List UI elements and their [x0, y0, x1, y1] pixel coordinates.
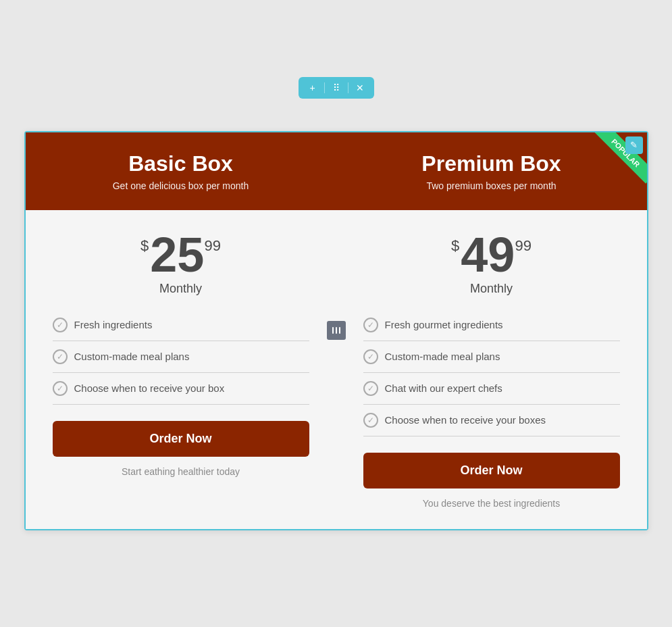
basic-price-container: $ 25 99: [53, 230, 309, 279]
svg-rect-0: [332, 327, 334, 334]
toolbar-separator-2: [348, 82, 348, 93]
premium-feature-1: ✓ Fresh gourmet ingredients: [363, 309, 620, 341]
drag-handle-button[interactable]: ⠿: [329, 80, 344, 95]
add-block-button[interactable]: +: [305, 80, 320, 95]
premium-cta-text: You deserve the best ingredients: [363, 498, 620, 509]
premium-plan-body: $ 49 99 Monthly ✓ Fresh gourmet ingredie…: [336, 210, 647, 529]
check-icon-3: ✓: [53, 381, 68, 396]
premium-feature-text-2: Custom-made meal plans: [385, 351, 500, 362]
check-icon-1: ✓: [53, 318, 68, 332]
premium-price-cents: 99: [515, 237, 531, 255]
check-icon-p3: ✓: [363, 381, 378, 396]
block-toolbar: + ⠿ ✕: [299, 77, 374, 99]
basic-order-button[interactable]: Order Now: [53, 421, 309, 457]
premium-plan-header: POPULAR Premium Box Two premium boxes pe…: [336, 132, 647, 210]
basic-price-dollar: $: [140, 237, 149, 255]
close-button[interactable]: ✕: [353, 80, 367, 95]
basic-features-list: ✓ Fresh ingredients ✓ Custom-made meal p…: [53, 309, 309, 405]
premium-price-period: Monthly: [363, 282, 620, 296]
check-icon-p2: ✓: [363, 349, 378, 364]
basic-feature-text-1: Fresh ingredients: [74, 319, 153, 330]
basic-feature-3: ✓ Choose when to receive your box: [53, 373, 309, 405]
premium-order-button[interactable]: Order Now: [363, 453, 620, 488]
check-icon-2: ✓: [53, 349, 68, 364]
basic-plan-card: Basic Box Get one delicious box per mont…: [26, 132, 336, 529]
basic-plan-subtitle: Get one delicious box per month: [39, 180, 323, 191]
basic-cta-text: Start eathing healthier today: [53, 466, 309, 477]
svg-rect-1: [336, 327, 337, 334]
basic-plan-header: Basic Box Get one delicious box per mont…: [26, 132, 336, 210]
basic-price-main: 25: [150, 230, 204, 279]
pricing-container: Basic Box Get one delicious box per mont…: [24, 131, 648, 530]
premium-plan-subtitle: Two premium boxes per month: [350, 180, 634, 191]
premium-feature-2: ✓ Custom-made meal plans: [363, 341, 620, 373]
svg-rect-2: [339, 327, 340, 334]
premium-feature-text-1: Fresh gourmet ingredients: [385, 319, 503, 330]
basic-plan-body: $ 25 99 Monthly ✓ Fresh ingredients ✓ Cu…: [26, 210, 336, 497]
premium-price-container: $ 49 99: [363, 230, 620, 279]
page-wrapper: + ⠿ ✕ Basic Box Get one delicious box pe…: [0, 70, 672, 557]
check-icon-p4: ✓: [363, 413, 378, 428]
premium-feature-text-3: Chat with our expert chefs: [385, 382, 502, 394]
premium-price-dollar: $: [451, 237, 459, 255]
premium-feature-3: ✓ Chat with our expert chefs: [363, 373, 620, 405]
premium-plan-card: POPULAR Premium Box Two premium boxes pe…: [336, 132, 647, 529]
basic-plan-title: Basic Box: [39, 151, 323, 176]
column-resize-handle[interactable]: [327, 321, 346, 340]
basic-feature-text-2: Custom-made meal plans: [74, 351, 190, 362]
premium-features-list: ✓ Fresh gourmet ingredients ✓ Custom-mad…: [363, 309, 620, 436]
check-icon-p1: ✓: [363, 318, 378, 332]
premium-price-main: 49: [461, 230, 515, 279]
basic-price-cents: 99: [204, 237, 220, 255]
basic-price-period: Monthly: [53, 282, 309, 296]
premium-feature-text-4: Choose when to receive your boxes: [385, 414, 546, 426]
premium-feature-4: ✓ Choose when to receive your boxes: [363, 405, 620, 436]
basic-feature-2: ✓ Custom-made meal plans: [53, 341, 309, 373]
edit-button[interactable]: ✎: [625, 136, 643, 154]
basic-feature-text-3: Choose when to receive your box: [74, 382, 225, 394]
basic-feature-1: ✓ Fresh ingredients: [53, 309, 309, 341]
toolbar-separator: [324, 82, 325, 93]
